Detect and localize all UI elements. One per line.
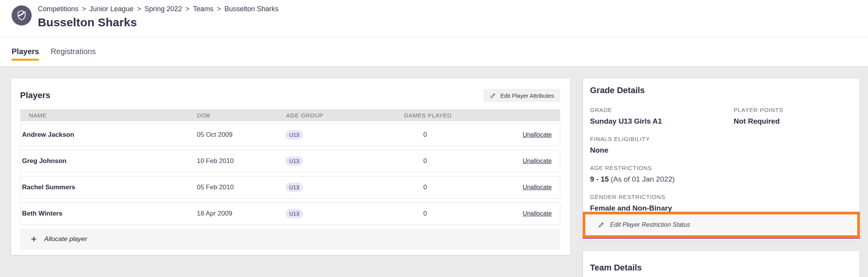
annotation-underline xyxy=(583,238,860,239)
player-dob: 05 Feb 2010 xyxy=(197,184,286,191)
field-player-points: PLAYER POINTS Not Required xyxy=(734,107,783,126)
player-dob: 05 Oct 2009 xyxy=(197,131,286,139)
breadcrumb-separator: > xyxy=(137,5,141,13)
tab-bar: Players Registrations xyxy=(0,37,868,66)
edit-player-restriction-status-label: Edit Player Restriction Status xyxy=(610,221,690,228)
tab-registrations-label: Registrations xyxy=(51,47,96,59)
field-finals-eligibility: FINALS ELIGIBILITY None xyxy=(590,136,853,155)
player-name: Beth Winters xyxy=(22,210,197,218)
field-grade: GRADE Sunday U13 Girls A1 xyxy=(590,107,734,126)
column-header-name: NAME xyxy=(22,112,197,119)
plus-icon: + xyxy=(31,234,37,244)
field-label: AGE RESTRICTIONS xyxy=(590,165,853,171)
field-label: GRADE xyxy=(590,107,734,113)
field-label: FINALS ELIGIBILITY xyxy=(590,136,853,142)
players-table-body: Andrew Jackson 05 Oct 2009 U13 0 Unalloc… xyxy=(20,124,560,225)
player-name: Greg Johnson xyxy=(22,157,197,165)
field-label: GENDER RESTRICTIONS xyxy=(590,194,853,200)
breadcrumb-link[interactable]: Competitions xyxy=(38,5,78,13)
column-header-games-played: GAMES PLAYED xyxy=(404,112,524,119)
breadcrumb-link[interactable]: Junior League xyxy=(90,5,134,13)
column-header-age-group: AGE GROUP xyxy=(286,112,404,119)
player-name: Rachel Summers xyxy=(22,184,197,191)
player-dob: 10 Feb 2010 xyxy=(197,157,286,165)
games-played-value: 0 xyxy=(403,184,522,191)
games-played-value: 0 xyxy=(403,210,522,218)
team-details-title: Team Details xyxy=(590,263,853,273)
tab-players-label: Players xyxy=(12,47,39,59)
grade-fields-row: GRADE Sunday U13 Girls A1 PLAYER POINTS … xyxy=(590,107,853,136)
page: Competitions>Junior League>Spring 2022>T… xyxy=(0,0,868,277)
age-group-badge: U13 xyxy=(286,183,303,192)
table-row: Greg Johnson 10 Feb 2010 U13 0 Unallocat… xyxy=(20,150,560,172)
team-logo-avatar xyxy=(12,5,32,25)
team-details-card: Team Details xyxy=(583,251,860,277)
unallocate-link[interactable]: Unallocate xyxy=(522,158,552,164)
field-age-restrictions: AGE RESTRICTIONS 9 - 15(As of 01 Jan 202… xyxy=(590,165,853,184)
pencil-icon xyxy=(598,221,605,228)
column-header-dob: DOB xyxy=(197,112,286,119)
breadcrumb-separator: > xyxy=(82,5,86,13)
highlight-annotation-box: Edit Player Restriction Status xyxy=(583,212,860,238)
field-value-suffix: (As of 01 Jan 2022) xyxy=(611,175,675,183)
table-row: Beth Winters 18 Apr 2009 U13 0 Unallocat… xyxy=(20,202,560,225)
allocate-player-label: Allocate player xyxy=(44,235,87,243)
breadcrumb-separator: > xyxy=(217,5,221,13)
field-gender-restrictions: GENDER RESTRICTIONS Female and Non-Binar… xyxy=(590,194,853,212)
unallocate-link[interactable]: Unallocate xyxy=(522,210,552,217)
field-value: Sunday U13 Girls A1 xyxy=(590,117,662,125)
breadcrumb-link[interactable]: Teams xyxy=(193,5,214,13)
field-value: None xyxy=(590,146,609,154)
games-played-value: 0 xyxy=(403,131,522,139)
active-tab-underline xyxy=(12,59,39,61)
table-header: NAME DOB AGE GROUP GAMES PLAYED xyxy=(20,109,560,121)
unallocate-link[interactable]: Unallocate xyxy=(522,131,552,138)
pencil-icon xyxy=(490,92,496,99)
tab-players[interactable]: Players xyxy=(12,47,39,66)
content-area: Players Edit Player Attributes NAME DOB … xyxy=(0,66,868,277)
edit-player-attributes-label: Edit Player Attributes xyxy=(500,92,554,99)
unallocate-link[interactable]: Unallocate xyxy=(522,184,552,190)
breadcrumb: Competitions>Junior League>Spring 2022>T… xyxy=(38,5,278,13)
allocate-player-button[interactable]: + Allocate player xyxy=(20,229,560,250)
breadcrumb-link[interactable]: Spring 2022 xyxy=(144,5,182,13)
field-value: 9 - 15 xyxy=(590,175,609,183)
field-label: PLAYER POINTS xyxy=(734,107,783,113)
table-row: Andrew Jackson 05 Oct 2009 U13 0 Unalloc… xyxy=(20,124,560,146)
grade-details-card: Grade Details GRADE Sunday U13 Girls A1 … xyxy=(583,78,860,240)
breadcrumb-separator: > xyxy=(185,5,190,13)
players-card-header: Players Edit Player Attributes xyxy=(20,88,560,102)
player-name: Andrew Jackson xyxy=(22,131,197,139)
field-value: Female and Non-Binary xyxy=(590,204,672,212)
shield-icon xyxy=(15,9,28,22)
right-column: Grade Details GRADE Sunday U13 Girls A1 … xyxy=(583,78,860,277)
header-text: Competitions>Junior League>Spring 2022>T… xyxy=(38,5,278,29)
player-dob: 18 Apr 2009 xyxy=(197,210,286,218)
players-card: Players Edit Player Attributes NAME DOB … xyxy=(11,78,570,255)
players-card-title: Players xyxy=(20,90,50,100)
tab-registrations[interactable]: Registrations xyxy=(51,47,96,66)
edit-player-attributes-button[interactable]: Edit Player Attributes xyxy=(483,89,560,102)
edit-player-restriction-status-button[interactable]: Edit Player Restriction Status xyxy=(587,216,856,233)
age-group-badge: U13 xyxy=(286,209,303,218)
page-title: Busselton Sharks xyxy=(38,16,278,29)
field-value: Not Required xyxy=(734,117,780,125)
age-group-badge: U13 xyxy=(286,156,303,166)
page-header: Competitions>Junior League>Spring 2022>T… xyxy=(0,0,868,37)
table-row: Rachel Summers 05 Feb 2010 U13 0 Unalloc… xyxy=(20,176,560,199)
age-group-badge: U13 xyxy=(286,130,303,139)
games-played-value: 0 xyxy=(403,157,522,165)
breadcrumb-link[interactable]: Busselton Sharks xyxy=(224,5,278,13)
grade-details-title: Grade Details xyxy=(590,86,853,95)
